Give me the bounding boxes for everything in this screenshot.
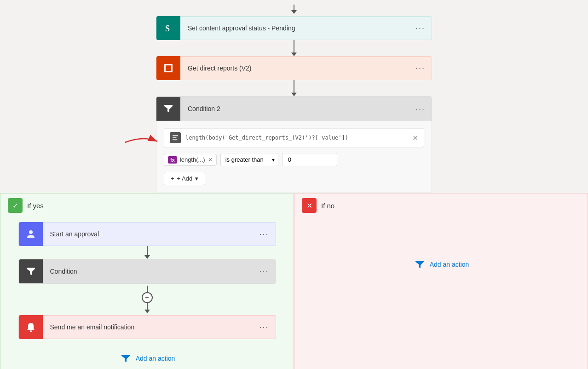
email-notification-title: Send me an email notification: [43, 323, 253, 331]
yes-icon: ✓: [8, 198, 23, 213]
yes-add-action-container: Add an action: [115, 348, 179, 369]
start-approval-block: Start an approval ···: [18, 222, 276, 246]
yes-add-action-label: Add an action: [136, 355, 175, 362]
svg-point-10: [29, 230, 33, 234]
connector-yes-1: [144, 246, 150, 259]
svg-rect-6: [173, 137, 177, 138]
yes-add-action-icon: [119, 352, 132, 365]
set-approval-title: Set content approval status - Pending: [180, 24, 409, 32]
svg-point-12: [30, 330, 32, 332]
connector-1: [291, 40, 297, 56]
condition-icon-svg: [163, 103, 174, 114]
sharepoint-icon: S: [162, 22, 175, 35]
plus-circle[interactable]: +: [142, 292, 153, 303]
connector-2: [291, 80, 297, 96]
get-reports-block: Get direct reports (V2) ···: [156, 56, 432, 80]
start-approval-title: Start an approval: [43, 230, 253, 238]
get-reports-title: Get direct reports (V2): [180, 64, 409, 72]
inner-condition-title: Condition: [43, 268, 253, 275]
no-add-action-label: Add an action: [430, 261, 469, 268]
svg-text:S: S: [165, 24, 170, 33]
no-add-action-btn[interactable]: Add an action: [409, 254, 473, 275]
branch-yes: ✓ If yes Start an approval ···: [0, 193, 294, 369]
svg-rect-5: [173, 135, 178, 136]
add-condition-btn[interactable]: + + Add ▾: [164, 172, 205, 185]
chip-fx-label: fx: [168, 156, 177, 164]
bell-icon-svg: [24, 321, 37, 334]
condition2-body: length(body('Get_direct_reports_(V2)')?[…: [156, 121, 432, 193]
expression-close-btn[interactable]: ✕: [412, 134, 418, 142]
condition2-header: Condition 2 ···: [156, 97, 432, 121]
start-approval-icon: [19, 222, 43, 246]
branch-no: ✕ If no Add an action: [294, 193, 588, 369]
branch-no-header: ✕ If no: [294, 193, 588, 217]
set-approval-block: S Set content approval status - Pending …: [156, 16, 432, 40]
no-add-action-icon: [413, 258, 426, 271]
svg-rect-4: [166, 65, 171, 71]
inner-condition-icon-svg: [25, 266, 36, 277]
add-chevron: ▾: [195, 175, 198, 182]
branch-yes-content: Start an approval ··· Condition ···: [0, 217, 294, 369]
add-label: + Add: [177, 175, 193, 182]
inner-condition-block: Condition ···: [18, 259, 276, 284]
email-notification-block: Send me an email notification ···: [18, 315, 276, 339]
chip-text: length(...): [180, 156, 205, 163]
value-input[interactable]: [282, 153, 337, 166]
expression-icon-svg: [172, 135, 179, 141]
email-notification-icon: [19, 315, 43, 339]
condition2-icon: [156, 97, 180, 121]
no-add-icon-svg: [414, 259, 425, 270]
arrow-annotation: [121, 133, 162, 153]
flow-container: S Set content approval status - Pending …: [0, 0, 588, 193]
office-icon: [162, 62, 175, 75]
expression-text: length(body('Get_direct_reports_(V2)')?[…: [185, 135, 412, 141]
condition2-title: Condition 2: [180, 105, 409, 112]
chip-close-btn[interactable]: ✕: [208, 157, 213, 163]
approval-icon-svg: [24, 228, 37, 240]
get-reports-icon: [156, 56, 180, 80]
svg-rect-7: [173, 140, 178, 141]
expression-row: length(body('Get_direct_reports_(V2)')?[…: [164, 128, 424, 147]
operator-select-wrapper: is greater than is less than is equal to…: [220, 153, 278, 166]
set-approval-menu[interactable]: ···: [409, 23, 432, 33]
branch-no-label: If no: [321, 202, 334, 210]
inner-condition-header: Condition ···: [19, 259, 276, 283]
inner-condition-menu[interactable]: ···: [253, 267, 275, 276]
add-icon: +: [171, 175, 174, 182]
branch-no-content: Add an action: [294, 217, 588, 279]
add-action-icon-svg: [120, 353, 131, 364]
inner-condition-icon: [19, 259, 43, 283]
split-section: ✓ If yes Start an approval ···: [0, 193, 588, 369]
length-chip[interactable]: fx length(...) ✕: [164, 154, 217, 166]
condition2-menu[interactable]: ···: [409, 104, 432, 114]
expression-icon: [170, 132, 181, 143]
branch-yes-label: If yes: [27, 202, 44, 210]
yes-add-action-btn[interactable]: Add an action: [115, 348, 179, 369]
condition-inputs-row: fx length(...) ✕ is greater than is less…: [164, 153, 424, 166]
email-notification-menu[interactable]: ···: [253, 322, 275, 332]
get-reports-menu[interactable]: ···: [409, 64, 432, 73]
plus-connector: +: [142, 286, 153, 313]
start-approval-menu[interactable]: ···: [253, 229, 275, 239]
operator-select[interactable]: is greater than is less than is equal to…: [220, 153, 278, 166]
top-connector: [291, 5, 297, 14]
condition2-block: Condition 2 ··· length(body('Get_direct_…: [156, 96, 432, 193]
branch-yes-header: ✓ If yes: [0, 193, 294, 217]
no-icon: ✕: [302, 198, 317, 213]
set-approval-icon: S: [156, 16, 180, 40]
